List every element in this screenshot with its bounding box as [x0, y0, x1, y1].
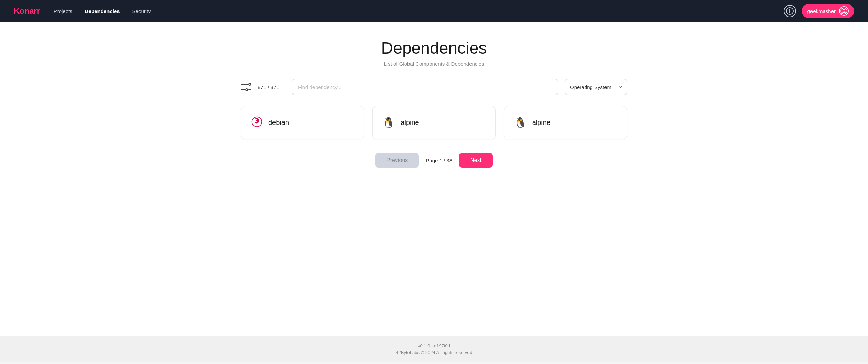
user-menu-button[interactable]: geekmasher — [802, 4, 854, 18]
dependency-card-debian[interactable]: debian — [241, 106, 364, 139]
dependency-name-alpine-1: alpine — [401, 119, 419, 127]
dependency-card-alpine-1[interactable]: 🐧 alpine — [372, 106, 495, 139]
search-input[interactable] — [292, 79, 558, 95]
dependency-name-debian: debian — [268, 119, 289, 127]
nav-link-dependencies[interactable]: Dependencies — [85, 8, 120, 14]
filter-list-icon — [241, 83, 251, 91]
page-title: Dependencies — [0, 39, 868, 57]
page-subtitle: List of Global Components & Dependencies — [0, 61, 868, 67]
footer-version: v0.1.0 - e197f0d — [7, 343, 861, 349]
username-label: geekmasher — [807, 8, 836, 14]
alpine-icon-1: 🐧 — [382, 118, 395, 128]
nav-right: geekmasher — [784, 4, 854, 18]
main-content: Dependencies List of Global Components &… — [0, 22, 868, 336]
dependency-name-alpine-2: alpine — [532, 119, 550, 127]
pagination: Previous Page 1 / 38 Next — [0, 153, 868, 168]
next-button[interactable]: Next — [459, 153, 493, 168]
filter-icon-button[interactable] — [241, 83, 251, 91]
cards-grid: debian 🐧 alpine 🐧 alpine — [227, 106, 641, 139]
page-info: Page 1 / 38 — [426, 158, 452, 163]
svg-point-9 — [246, 89, 248, 91]
debian-icon — [251, 116, 263, 129]
previous-button[interactable]: Previous — [375, 153, 419, 168]
user-avatar-icon — [839, 6, 849, 16]
filter-select[interactable]: Operating System — [565, 79, 627, 95]
nav-link-projects[interactable]: Projects — [54, 8, 72, 14]
nav-link-security[interactable]: Security — [132, 8, 151, 14]
plus-circle-icon — [786, 7, 794, 15]
logo[interactable]: Konarr — [14, 6, 40, 16]
footer-copyright: 42ByteLabs © 2024 All rights reserved — [7, 350, 861, 355]
toolbar: 871 / 871 Operating System — [227, 79, 641, 95]
nav-links: Projects Dependencies Security — [54, 8, 770, 14]
navbar: Konarr Projects Dependencies Security ge… — [0, 0, 868, 22]
svg-point-4 — [843, 9, 845, 11]
page-header: Dependencies List of Global Components &… — [0, 39, 868, 67]
add-button[interactable] — [784, 5, 796, 17]
count-label: 871 / 871 — [258, 84, 285, 90]
footer: v0.1.0 - e197f0d 42ByteLabs © 2024 All r… — [0, 336, 868, 362]
dependency-card-alpine-2[interactable]: 🐧 alpine — [504, 106, 627, 139]
alpine-icon-2: 🐧 — [514, 118, 527, 128]
svg-point-6 — [249, 83, 251, 85]
